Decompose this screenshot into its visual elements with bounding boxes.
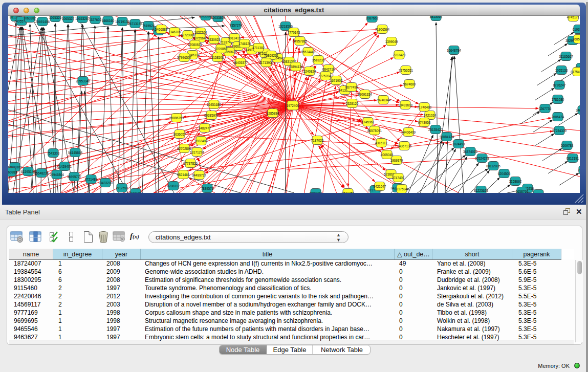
svg-text:0812191: 0812191 — [567, 157, 579, 160]
svg-text:0932480: 0932480 — [195, 139, 208, 143]
svg-text:61595148: 61595148 — [21, 170, 36, 173]
svg-text:1781080: 1781080 — [552, 98, 564, 101]
svg-text:7889579: 7889579 — [201, 187, 214, 190]
svg-text:98084124: 98084124 — [440, 135, 454, 139]
svg-text:25135427: 25135427 — [428, 128, 443, 132]
svg-text:82175946: 82175946 — [395, 187, 409, 191]
svg-text:7991183: 7991183 — [578, 168, 580, 172]
svg-text:54145868: 54145868 — [68, 151, 83, 155]
svg-text:79740344: 79740344 — [376, 98, 391, 102]
svg-text:62702895: 62702895 — [177, 147, 192, 150]
svg-text:3685160: 3685160 — [573, 37, 580, 41]
svg-text:4711382: 4711382 — [252, 46, 265, 50]
svg-text:36995777: 36995777 — [67, 175, 82, 179]
svg-text:4005045: 4005045 — [381, 153, 394, 157]
svg-text:20553346: 20553346 — [76, 79, 91, 83]
svg-text:81223623: 81223623 — [474, 189, 489, 192]
svg-text:5674680: 5674680 — [403, 82, 416, 86]
svg-text:2328120: 2328120 — [346, 102, 359, 105]
svg-text:0330923: 0330923 — [208, 38, 221, 41]
svg-text:99091334: 99091334 — [358, 93, 373, 96]
svg-text:9821465: 9821465 — [177, 173, 190, 177]
svg-text:6658760: 6658760 — [516, 190, 529, 193]
svg-text:71756551: 71756551 — [399, 69, 413, 72]
svg-text:9421047: 9421047 — [374, 185, 386, 188]
svg-text:76320163: 76320163 — [128, 191, 143, 193]
svg-text:8813054: 8813054 — [430, 16, 443, 18]
svg-text:5466889: 5466889 — [155, 28, 168, 31]
svg-text:1746120: 1746120 — [238, 42, 251, 46]
svg-text:15451680: 15451680 — [207, 103, 222, 106]
svg-text:1065326: 1065326 — [49, 16, 62, 19]
svg-text:3158692: 3158692 — [509, 180, 522, 183]
svg-text:1824493: 1824493 — [452, 142, 465, 146]
svg-text:7187026: 7187026 — [311, 139, 324, 142]
svg-text:1671902: 1671902 — [330, 79, 343, 82]
svg-text:49894134: 49894134 — [289, 65, 303, 69]
svg-text:5240824: 5240824 — [303, 70, 316, 73]
svg-text:71746488: 71746488 — [417, 105, 432, 109]
svg-text:2606474: 2606474 — [552, 115, 564, 119]
svg-text:10653267: 10653267 — [75, 17, 90, 20]
svg-text:4745171: 4745171 — [567, 16, 580, 19]
svg-text:53755646: 53755646 — [193, 36, 208, 40]
svg-text:71906594: 71906594 — [375, 28, 390, 31]
svg-text:75869261: 75869261 — [264, 54, 279, 57]
svg-text:9636057: 9636057 — [173, 133, 186, 136]
svg-text:00524278: 00524278 — [475, 157, 490, 160]
svg-text:55886753: 55886753 — [169, 116, 184, 120]
svg-text:77752047: 77752047 — [318, 74, 333, 78]
svg-text:74367136: 74367136 — [397, 144, 412, 148]
svg-text:1969379: 1969379 — [390, 159, 403, 162]
svg-text:2787429: 2787429 — [393, 53, 406, 57]
svg-text:34957885: 34957885 — [293, 39, 308, 43]
svg-text:1063382: 1063382 — [24, 16, 36, 20]
svg-text:80112805: 80112805 — [486, 164, 500, 168]
svg-text:1527602: 1527602 — [89, 18, 102, 21]
svg-text:65648236: 65648236 — [34, 171, 49, 175]
svg-text:3482477: 3482477 — [199, 126, 211, 130]
svg-text:13218506: 13218506 — [278, 25, 293, 28]
svg-text:4060883: 4060883 — [8, 170, 17, 174]
svg-text:04499727: 04499727 — [192, 173, 207, 177]
svg-text:6193990: 6193990 — [573, 28, 580, 31]
svg-text:0842710: 0842710 — [322, 68, 335, 71]
svg-text:20691406: 20691406 — [35, 20, 50, 24]
svg-text:7770143: 7770143 — [288, 31, 300, 34]
svg-text:01429401: 01429401 — [57, 165, 72, 168]
svg-text:6466160: 6466160 — [102, 19, 115, 23]
svg-text:13171274: 13171274 — [190, 150, 205, 154]
svg-text:5158506: 5158506 — [211, 56, 224, 59]
svg-text:8726247: 8726247 — [553, 83, 566, 87]
svg-text:1972400: 1972400 — [287, 104, 299, 107]
svg-text:9743953: 9743953 — [418, 121, 431, 124]
svg-text:34874016: 34874016 — [463, 150, 478, 154]
svg-text:4316117: 4316117 — [375, 141, 388, 145]
svg-text:34624751: 34624751 — [576, 108, 580, 112]
svg-text:3518233: 3518233 — [312, 58, 325, 62]
svg-text:2087662: 2087662 — [366, 16, 379, 20]
svg-text:6690967: 6690967 — [310, 191, 322, 193]
svg-text:31713900: 31713900 — [259, 61, 274, 64]
svg-text:6204505: 6204505 — [498, 172, 511, 176]
svg-text:7357274: 7357274 — [230, 24, 243, 27]
svg-text:29946804: 29946804 — [50, 173, 64, 177]
svg-text:31165667: 31165667 — [559, 55, 573, 58]
svg-text:3285884: 3285884 — [267, 112, 279, 115]
svg-text:67737826: 67737826 — [183, 162, 198, 165]
svg-text:87234309: 87234309 — [552, 129, 567, 133]
svg-text:96405377: 96405377 — [233, 61, 248, 64]
svg-text:86578091: 86578091 — [367, 129, 382, 133]
svg-text:7917693: 7917693 — [116, 186, 128, 190]
svg-text:13433200: 13433200 — [98, 181, 113, 185]
svg-text:16713155: 16713155 — [128, 22, 143, 26]
svg-text:7346706: 7346706 — [168, 30, 181, 34]
svg-text:9521456: 9521456 — [342, 191, 355, 193]
svg-text:3709859: 3709859 — [215, 47, 228, 51]
svg-text:5009788: 5009788 — [561, 144, 574, 147]
svg-text:37996507: 37996507 — [177, 56, 192, 59]
svg-text:10033809: 10033809 — [211, 16, 226, 19]
svg-text:81754965: 81754965 — [571, 70, 580, 74]
svg-text:4216073: 4216073 — [532, 192, 545, 193]
svg-text:3747407: 3747407 — [392, 176, 405, 180]
